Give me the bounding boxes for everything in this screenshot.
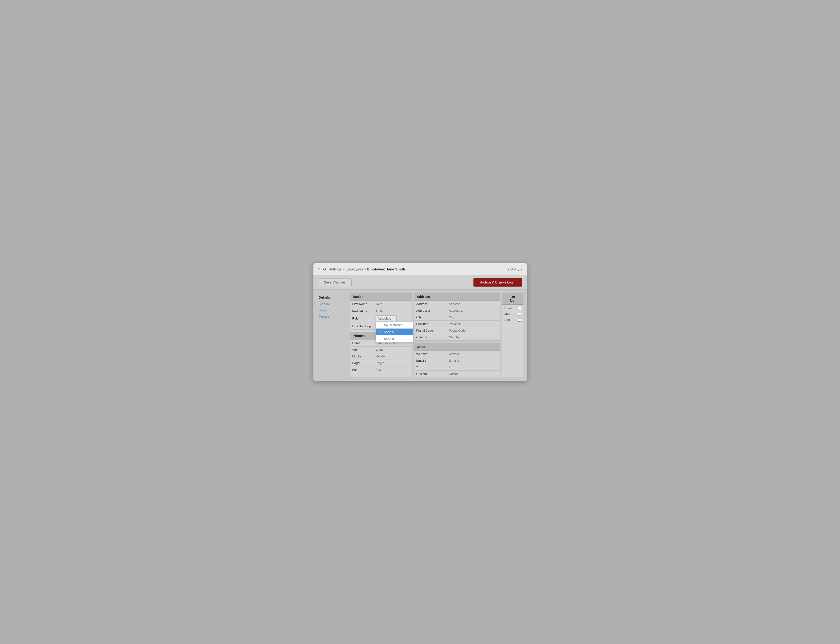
sidebar-item-signin[interactable]: Sign In bbox=[319, 302, 348, 306]
donot-email-checkbox[interactable] bbox=[518, 307, 521, 310]
field-label-limittoshop: Limit To Shop bbox=[350, 323, 373, 330]
role-dropdown: No Restriction ✓ Shop A Sho bbox=[376, 321, 413, 342]
field-label-lastname: Last Name bbox=[350, 307, 373, 314]
breadcrumb-settings[interactable]: Settings bbox=[329, 267, 341, 271]
field-label-firstname: First Name bbox=[350, 301, 373, 307]
field-value-custom[interactable]: Custom bbox=[446, 371, 500, 377]
field-label-work: Work bbox=[350, 347, 373, 353]
pagination-label: 2 of 4 bbox=[508, 267, 516, 271]
other-header: Other bbox=[414, 343, 500, 351]
save-button[interactable]: Save Changes bbox=[318, 278, 352, 286]
check-shopa: ✓ bbox=[379, 330, 382, 334]
field-label-country: Country bbox=[414, 334, 447, 341]
basics-table: First Name Jane Last Name Smith Role Ass… bbox=[350, 301, 412, 330]
pagination: 2 of 4 ‹ › bbox=[508, 267, 522, 272]
prev-button[interactable]: ‹ bbox=[517, 267, 519, 272]
field-label-website: Website bbox=[414, 351, 447, 357]
donot-title-line1: Do bbox=[510, 295, 515, 299]
field-label-postalcode: Postal Code bbox=[414, 327, 447, 334]
breadcrumb: Settings > Employees > Employee: Jane Sm… bbox=[329, 267, 405, 271]
dropdown-label-shopb: Shop B bbox=[384, 337, 394, 341]
table-row: First Name Jane bbox=[350, 301, 412, 307]
field-value-pager[interactable]: Pager bbox=[373, 360, 411, 366]
table-row: Custom Custom bbox=[414, 371, 500, 377]
basics-header: Basics bbox=[350, 293, 412, 301]
archive-button[interactable]: Archive & Disable Login bbox=[473, 278, 522, 287]
field-value-role: Associate No Restriction ✓ Sh bbox=[373, 314, 411, 323]
table-row: Work Work bbox=[350, 347, 412, 353]
donot-call-checkbox[interactable] bbox=[518, 319, 521, 322]
donot-mail-row: Mail bbox=[505, 312, 521, 316]
header-bar: ≡ ⚙ Settings > Employees > Employee: Jan… bbox=[314, 263, 527, 275]
sidebar-item-sales[interactable]: Sales bbox=[319, 308, 348, 312]
field-label-address2: Address 2 bbox=[414, 307, 447, 314]
field-label-role: Role bbox=[350, 314, 373, 323]
table-row: Role Associate No Restriction bbox=[350, 314, 412, 323]
field-value-address[interactable]: Address bbox=[446, 301, 500, 307]
field-value-city[interactable]: City bbox=[446, 314, 500, 321]
donot-header: Do Not bbox=[502, 293, 523, 305]
breadcrumb-current: Employee: Jane Smith bbox=[367, 267, 405, 271]
address-header: Address bbox=[414, 293, 500, 301]
field-value-lastname[interactable]: Smith bbox=[373, 307, 411, 314]
field-label-province: Province bbox=[414, 321, 447, 327]
table-row: Mobile Mobile bbox=[350, 353, 412, 360]
table-row: Website Website bbox=[414, 351, 500, 357]
donot-content: Email Mail Call bbox=[502, 305, 523, 326]
field-value-email2[interactable]: 2 bbox=[446, 364, 500, 371]
other-panel: Other Website Website Email 1 Email 1 bbox=[414, 343, 500, 377]
table-row: Email 1 Email 1 bbox=[414, 357, 500, 364]
field-value-website[interactable]: Website bbox=[446, 351, 500, 357]
table-row: Address Address bbox=[414, 301, 500, 307]
main-content: Details Sign In Sales Quotes Basics Firs… bbox=[314, 290, 527, 381]
donot-mail-checkbox[interactable] bbox=[518, 313, 521, 316]
breadcrumb-sep1: > bbox=[342, 267, 345, 271]
dropdown-item-norestriction[interactable]: No Restriction bbox=[376, 322, 413, 329]
field-label-city: City bbox=[414, 314, 447, 321]
field-label-pager: Pager bbox=[350, 360, 373, 366]
breadcrumb-employees[interactable]: Employees bbox=[345, 267, 363, 271]
next-button[interactable]: › bbox=[520, 267, 522, 272]
field-label-email2: 2 bbox=[414, 364, 447, 371]
hamburger-menu[interactable]: ≡ bbox=[318, 267, 321, 272]
field-value-mobile[interactable]: Mobile bbox=[373, 353, 411, 360]
field-label-custom: Custom bbox=[414, 371, 447, 377]
field-value-province[interactable]: Province bbox=[446, 321, 500, 327]
donot-call-row: Call bbox=[505, 318, 521, 322]
table-row: Postal Code Postal Code bbox=[414, 327, 500, 334]
sidebar: Details Sign In Sales Quotes bbox=[317, 293, 350, 377]
table-row: Country Country bbox=[414, 334, 500, 341]
field-label-fax: Fax bbox=[350, 366, 373, 373]
field-value-firstname[interactable]: Jane bbox=[373, 301, 411, 307]
table-row: City City bbox=[414, 314, 500, 321]
sidebar-item-quotes[interactable]: Quotes bbox=[319, 315, 348, 318]
dropdown-item-shopb[interactable]: Shop B bbox=[376, 335, 413, 342]
field-value-address2[interactable]: Address 2 bbox=[446, 307, 500, 314]
donot-title-line2: Not bbox=[510, 299, 515, 302]
content-area: Basics First Name Jane Last Name Smith R… bbox=[350, 293, 523, 377]
field-value-email1[interactable]: Email 1 bbox=[446, 357, 500, 364]
donot-email-label: Email bbox=[505, 306, 512, 310]
dropdown-item-shopa[interactable]: ✓ Shop A bbox=[376, 329, 413, 335]
field-label-mobile: Mobile bbox=[350, 353, 373, 360]
field-value-fax[interactable]: Fax bbox=[373, 366, 411, 373]
field-value-country[interactable]: Country bbox=[446, 334, 500, 341]
phones-table: Home 514-555-5555 Work Work Mobile Mobil… bbox=[350, 340, 412, 373]
donot-panel: Do Not Email Mail Call bbox=[502, 293, 523, 377]
dropdown-label-shopa: Shop A bbox=[384, 330, 394, 334]
field-value-work[interactable]: Work bbox=[373, 347, 411, 353]
gear-icon: ⚙ bbox=[323, 267, 326, 271]
field-value-postalcode[interactable]: Postal Code bbox=[446, 327, 500, 334]
table-row: 2 2 bbox=[414, 364, 500, 371]
address-table: Address Address Address 2 Address 2 City… bbox=[414, 301, 500, 341]
dropdown-label-norestriction: No Restriction bbox=[384, 323, 403, 327]
field-label-address: Address bbox=[414, 301, 447, 307]
role-select-button[interactable]: Associate bbox=[376, 315, 396, 321]
table-row: Fax Fax bbox=[350, 366, 412, 373]
table-row: Last Name Smith bbox=[350, 307, 412, 314]
field-label-email1: Email 1 bbox=[414, 357, 447, 364]
table-row: Province Province bbox=[414, 321, 500, 327]
donot-mail-label: Mail bbox=[505, 312, 510, 316]
role-select-container: Associate No Restriction ✓ Sh bbox=[376, 315, 409, 321]
table-row: Pager Pager bbox=[350, 360, 412, 366]
